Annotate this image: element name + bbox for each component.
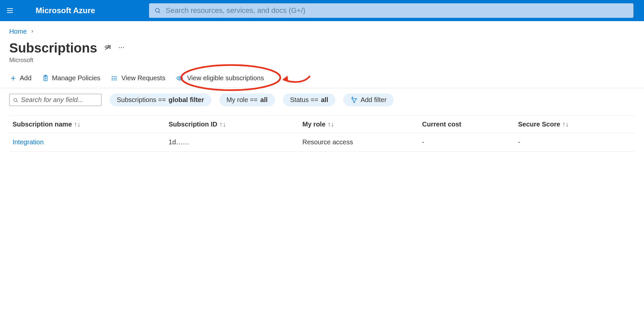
svg-point-6 [121, 47, 122, 48]
more-icon[interactable] [118, 44, 125, 53]
svg-line-4 [159, 12, 160, 13]
filter-role-label: My role == [227, 96, 258, 104]
clipboard-icon [42, 75, 49, 82]
filter-role-value: all [260, 96, 267, 104]
sort-icon: ↑↓ [74, 121, 80, 128]
table-row[interactable]: Integration 1d…… Resource access - - [9, 133, 635, 152]
sort-icon: ↑↓ [219, 121, 226, 128]
subscription-id-cell: 1d…… [165, 133, 299, 152]
col-my-role[interactable]: My role↑↓ [299, 116, 419, 133]
view-requests-label: View Requests [121, 74, 165, 82]
page-header: Subscriptions [0, 38, 644, 57]
search-icon [154, 7, 161, 14]
hamburger-menu-button[interactable] [5, 6, 15, 15]
manage-policies-label: Manage Policies [52, 74, 101, 82]
col-current-cost[interactable]: Current cost [419, 116, 515, 133]
subscriptions-table-wrap: Subscription name↑↓ Subscription ID↑↓ My… [0, 112, 644, 152]
filter-subscriptions-label: Subscriptions == [117, 96, 166, 104]
my-role-cell: Resource access [299, 133, 419, 152]
filter-row: Subscriptions == global filter My role =… [0, 88, 644, 112]
page-subtitle: Microsoft [0, 57, 644, 70]
filter-role-pill[interactable]: My role == all [219, 93, 275, 106]
view-eligible-subscriptions-button[interactable]: View eligible subscriptions [175, 73, 264, 83]
filter-status-pill[interactable]: Status == all [283, 93, 336, 106]
command-toolbar: Add Manage Policies View Requests View e… [0, 70, 644, 88]
manage-policies-button[interactable]: Manage Policies [42, 73, 101, 83]
global-search-wrap [149, 3, 633, 18]
brand-label[interactable]: Microsoft Azure [36, 6, 95, 15]
filter-subscriptions-pill[interactable]: Subscriptions == global filter [109, 93, 211, 106]
svg-point-18 [112, 76, 113, 77]
svg-point-3 [156, 8, 160, 12]
add-filter-label: Add filter [360, 96, 386, 104]
view-eligible-label: View eligible subscriptions [187, 74, 264, 82]
filter-status-label: Status == [290, 96, 319, 104]
add-button[interactable]: Add [9, 73, 32, 83]
filter-plus-icon [351, 97, 358, 103]
list-icon [111, 75, 118, 82]
svg-point-21 [179, 77, 181, 79]
svg-point-24 [14, 98, 17, 101]
page-title: Subscriptions [9, 41, 97, 55]
svg-marker-23 [283, 76, 288, 82]
add-filter-button[interactable]: Add filter [343, 93, 394, 106]
col-subscription-name[interactable]: Subscription name↑↓ [9, 116, 165, 133]
field-search-input[interactable] [21, 96, 98, 104]
secure-score-cell: - [515, 133, 635, 152]
breadcrumb-home-link[interactable]: Home [9, 28, 27, 35]
filter-status-value: all [321, 96, 328, 104]
subscription-name-link[interactable]: Integration [13, 138, 44, 146]
pin-icon[interactable] [104, 44, 111, 53]
svg-marker-28 [352, 98, 357, 102]
svg-point-7 [123, 47, 124, 48]
subscriptions-table: Subscription name↑↓ Subscription ID↑↓ My… [9, 116, 635, 152]
view-requests-button[interactable]: View Requests [110, 73, 166, 83]
breadcrumb: Home [0, 21, 644, 38]
eye-icon [176, 75, 184, 82]
current-cost-cell: - [419, 133, 515, 152]
col-subscription-id[interactable]: Subscription ID↑↓ [165, 116, 299, 133]
plus-icon [10, 75, 16, 82]
chevron-right-icon [30, 28, 35, 35]
svg-point-20 [112, 80, 113, 80]
col-secure-score[interactable]: Secure Score↑↓ [515, 116, 635, 133]
sort-icon: ↑↓ [327, 121, 334, 128]
sort-icon: ↑↓ [562, 121, 569, 128]
svg-line-25 [16, 101, 17, 102]
global-search-input[interactable] [166, 6, 628, 15]
top-header: Microsoft Azure [0, 0, 644, 21]
field-search-box[interactable] [9, 94, 102, 106]
add-label: Add [20, 74, 32, 82]
global-search-box[interactable] [149, 3, 633, 18]
filter-subscriptions-value: global filter [169, 96, 204, 104]
svg-point-5 [119, 47, 120, 48]
search-icon [13, 97, 18, 103]
svg-point-19 [112, 78, 113, 79]
